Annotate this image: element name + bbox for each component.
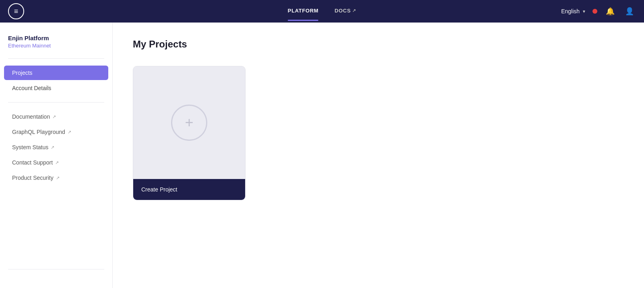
user-avatar-icon[interactable]: 👤 (623, 5, 636, 18)
sidebar-item-projects[interactable]: Projects (4, 66, 108, 80)
tab-docs[interactable]: DOCS ↗ (334, 8, 356, 15)
create-project-button[interactable]: Create Project (133, 179, 245, 200)
brand-subtitle: Ethereum Mainnet (8, 43, 104, 49)
logo-icon[interactable]: ≡ (8, 3, 24, 19)
create-project-card[interactable]: + Create Project (133, 66, 246, 200)
bell-icon[interactable]: 🔔 (604, 5, 617, 18)
page-layout: Enjin Platform Ethereum Mainnet Projects… (0, 23, 644, 288)
sidebar-item-system-status[interactable]: System Status ↗ (4, 140, 108, 154)
add-project-icon: + (171, 105, 207, 141)
brand-name: Enjin Platform (8, 35, 104, 41)
external-link-icon: ↗ (52, 114, 56, 119)
sidebar-item-graphql-playground[interactable]: GraphQL Playground ↗ (4, 125, 108, 139)
sidebar-brand: Enjin Platform Ethereum Mainnet (0, 35, 112, 57)
sidebar-divider-bottom (8, 269, 104, 269)
language-selector[interactable]: English ▼ (561, 8, 586, 14)
page-title: My Projects (133, 39, 624, 50)
sidebar-item-contact-support[interactable]: Contact Support ↗ (4, 155, 108, 170)
chevron-down-icon: ▼ (582, 9, 586, 14)
external-link-icon: ↗ (68, 130, 71, 135)
sidebar-item-product-security[interactable]: Product Security ↗ (4, 171, 108, 185)
notification-dot[interactable] (592, 9, 597, 14)
external-link-icon: ↗ (352, 8, 356, 13)
sidebar-item-account-details[interactable]: Account Details (4, 81, 108, 95)
sidebar-divider-mid (8, 102, 104, 103)
create-project-card-body: + (133, 66, 245, 179)
external-link-icon: ↗ (56, 175, 60, 181)
external-link-icon: ↗ (55, 160, 59, 165)
external-link-icon: ↗ (51, 145, 54, 150)
sidebar: Enjin Platform Ethereum Mainnet Projects… (0, 23, 113, 288)
tab-platform[interactable]: PLATFORM (288, 8, 318, 15)
topnav-right-controls: English ▼ 🔔 👤 (561, 5, 636, 18)
top-navigation: ≡ PLATFORM DOCS ↗ English ▼ 🔔 👤 (0, 0, 644, 23)
sidebar-item-documentation[interactable]: Documentation ↗ (4, 109, 108, 124)
projects-grid: + Create Project (133, 66, 624, 200)
sidebar-divider-top (8, 58, 104, 59)
nav-tabs: PLATFORM DOCS ↗ (288, 8, 356, 15)
main-content: My Projects + Create Project (113, 23, 644, 288)
